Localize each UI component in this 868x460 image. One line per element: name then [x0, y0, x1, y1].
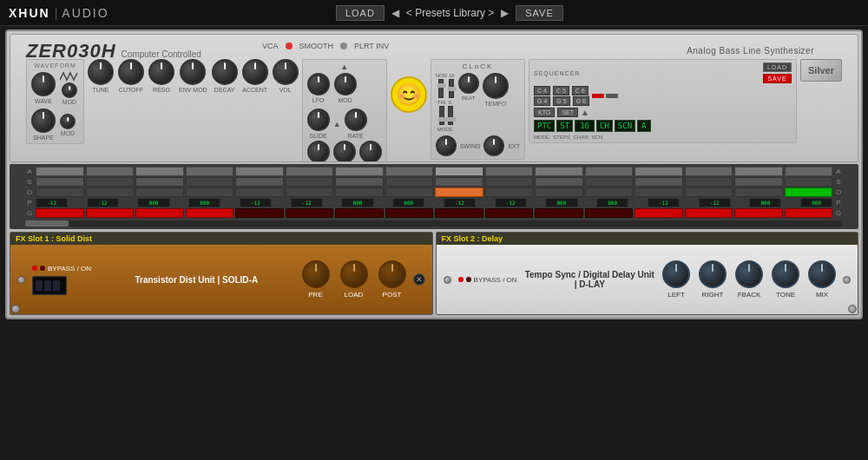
pitch-9[interactable]: -12: [444, 198, 476, 207]
step-a-3[interactable]: [135, 167, 184, 176]
step-g-7[interactable]: [335, 208, 384, 218]
fx1-post-knob[interactable]: [378, 260, 406, 288]
left-triangle[interactable]: ◀: [391, 7, 399, 19]
ktg-btn[interactable]: KTG: [534, 108, 555, 117]
seq-c4[interactable]: C 4: [534, 86, 550, 95]
pitch-6[interactable]: -12: [291, 198, 323, 207]
tempo-knob[interactable]: [483, 73, 509, 99]
step-o-12[interactable]: [585, 187, 634, 197]
step-o-5[interactable]: [235, 187, 284, 197]
step-g-3[interactable]: [135, 208, 184, 218]
cutoff-knob[interactable]: [118, 59, 144, 85]
step-g-10[interactable]: [485, 208, 534, 218]
step-s-3[interactable]: [135, 177, 184, 187]
min-knob[interactable]: [333, 141, 356, 162]
vol-knob[interactable]: [273, 59, 299, 85]
step-a-13[interactable]: [635, 167, 683, 176]
pitch-12[interactable]: 000: [596, 198, 628, 207]
step-s-9[interactable]: [435, 177, 483, 187]
step-o-7[interactable]: [335, 187, 384, 197]
step-g-12[interactable]: [585, 208, 634, 218]
step-o-6[interactable]: [286, 187, 334, 197]
step-a-1[interactable]: [36, 167, 84, 176]
step-a-8[interactable]: [385, 167, 434, 176]
seq-g6[interactable]: G 6: [573, 96, 589, 106]
step-o-9-orange[interactable]: [435, 187, 483, 197]
scrollbar[interactable]: [25, 220, 843, 227]
step-g-15[interactable]: [734, 208, 783, 218]
seq-save-btn[interactable]: SAVE: [763, 74, 792, 83]
step-a-2[interactable]: [86, 167, 135, 176]
mod-knob-wave[interactable]: [62, 82, 77, 98]
pitch-5[interactable]: -12: [240, 198, 272, 207]
step-s-10[interactable]: [485, 177, 534, 187]
fx2-right-knob[interactable]: [699, 260, 727, 288]
ext-knob[interactable]: [483, 135, 504, 156]
swing-knob[interactable]: [436, 135, 457, 156]
pitch-14[interactable]: -12: [699, 198, 731, 207]
step-o-14[interactable]: [685, 187, 733, 197]
fx1-pre-knob[interactable]: [302, 260, 330, 288]
decay-knob[interactable]: [212, 59, 238, 85]
pitch-15[interactable]: 000: [749, 198, 781, 207]
step-a-10[interactable]: [485, 167, 534, 176]
step-s-2[interactable]: [86, 177, 135, 187]
step-g-2[interactable]: [86, 208, 135, 218]
step-g-5[interactable]: [235, 208, 284, 218]
step-s-13[interactable]: [635, 177, 683, 187]
reso-knob[interactable]: [148, 59, 174, 85]
step-s-6[interactable]: [286, 177, 334, 187]
tri-slider[interactable]: [439, 106, 444, 125]
seq-c6[interactable]: C 6: [572, 86, 589, 95]
step-s-12[interactable]: [585, 177, 634, 187]
step-a-4[interactable]: [186, 167, 234, 176]
step-s-7[interactable]: [335, 177, 384, 187]
pitch-13[interactable]: -12: [648, 198, 680, 207]
lfo-mod-knob[interactable]: [307, 73, 330, 95]
step-a-12[interactable]: [585, 167, 634, 176]
seq-g4[interactable]: G 4: [534, 96, 550, 106]
load-button[interactable]: LOAD: [336, 5, 385, 21]
step-o-13[interactable]: [635, 187, 683, 197]
accent-knob[interactable]: [242, 59, 268, 85]
pitch-7[interactable]: 000: [341, 198, 373, 207]
lfo-mod-knob2[interactable]: [334, 73, 357, 95]
step-s-1[interactable]: [36, 177, 84, 187]
step-g-6[interactable]: [286, 208, 334, 218]
step-a-15[interactable]: [734, 167, 783, 176]
step-a-16[interactable]: [785, 167, 833, 176]
step-a-7[interactable]: [335, 167, 384, 176]
step-o-2[interactable]: [86, 187, 135, 197]
nor-slider[interactable]: [438, 79, 444, 98]
beat-knob[interactable]: [458, 73, 479, 94]
step-s-16[interactable]: [785, 177, 833, 187]
dcf-knob[interactable]: [359, 141, 382, 162]
step-g-14[interactable]: [685, 208, 733, 218]
step-g-8[interactable]: [385, 208, 434, 218]
fx2-left-knob[interactable]: [662, 260, 690, 288]
step-a-9[interactable]: [435, 167, 483, 176]
pitch-2[interactable]: -12: [87, 198, 119, 207]
step-o-10[interactable]: [485, 187, 534, 197]
num16-slider[interactable]: [449, 79, 454, 98]
mod-knob-shape[interactable]: [60, 114, 76, 129]
step-s-5[interactable]: [235, 177, 284, 187]
seq-load-btn[interactable]: LOAD: [763, 62, 792, 72]
step-g-4[interactable]: [186, 208, 234, 218]
step-s-4[interactable]: [186, 177, 234, 187]
step-o-11[interactable]: [535, 187, 583, 197]
rate-knob[interactable]: [345, 108, 367, 131]
pitch-11[interactable]: 000: [545, 198, 577, 207]
pitch-10[interactable]: -12: [495, 198, 527, 207]
silver-badge[interactable]: Silver: [800, 59, 842, 82]
pitch-1[interactable]: -12: [36, 198, 68, 207]
num8-slider[interactable]: [448, 106, 453, 125]
step-o-1[interactable]: [36, 187, 84, 197]
fx2-fback-knob[interactable]: [735, 260, 763, 288]
step-o-16-green[interactable]: [785, 187, 833, 197]
step-g-13[interactable]: [635, 208, 683, 218]
save-button[interactable]: SAVE: [516, 5, 563, 21]
fx2-mix-knob[interactable]: [808, 260, 836, 288]
step-a-6[interactable]: [286, 167, 334, 176]
slide-knob[interactable]: [307, 108, 330, 131]
